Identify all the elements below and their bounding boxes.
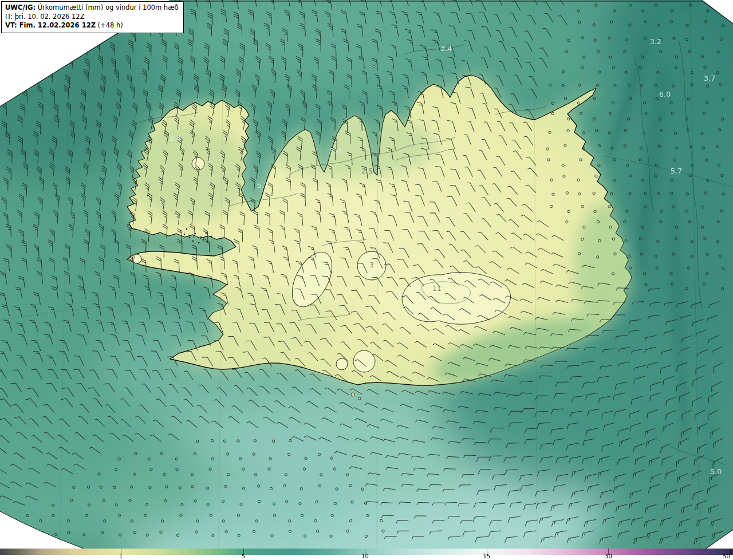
precip-value-label: 2.5 (361, 167, 372, 175)
precip-value-label: 5.7 (671, 167, 683, 175)
map-title: Úrkomumætti (mm) og vindur i 100m hæð (36, 3, 179, 11)
colorbar-label: 1 (119, 554, 123, 559)
colorbar-label: 10 (361, 554, 369, 559)
precip-value-label: 5.2 (257, 181, 269, 190)
precip-value-label: 6.0 (659, 90, 671, 98)
precip-value-label: 5.0 (330, 147, 342, 155)
precip-value-label: 3.7 (704, 74, 716, 82)
forecast-map-canvas: 3.43.23.76.05.72.45.04.75.25.02.53117 (0, 0, 733, 549)
precip-value-label: 4.7 (430, 136, 442, 144)
forecast-offset: (+48 h) (96, 21, 123, 29)
precip-value-label: 5.0 (710, 467, 722, 476)
model-id: UWC/IG: (5, 3, 36, 11)
colorbar-tick (730, 549, 731, 555)
precip-value-label: 11 (432, 285, 441, 293)
valid-time: VT: Fim. 12.02.2026 12Z (5, 21, 96, 29)
precip-value-label: 3 (369, 261, 374, 269)
precip-value-label: 7 (132, 253, 136, 261)
map-title-box: UWC/IG: Úrkomumætti (mm) og vindur i 100… (1, 1, 184, 33)
valid-time-line: VT: Fim. 12.02.2026 12Z (+48 h) (5, 21, 179, 30)
init-time: IT: þri. 10. 02. 2026 12Z (5, 13, 179, 22)
colorbar-label: 50 (723, 554, 730, 559)
colorbar-labels: 1510153050 (0, 555, 733, 560)
colorbar-label: 5 (242, 554, 245, 559)
weather-map-app: 3.43.23.76.05.72.45.04.75.25.02.53117 UW… (0, 0, 733, 560)
colorbar: 1510153050 (0, 549, 733, 560)
precip-value-label: 3.4 (440, 44, 452, 53)
colorbar-label: 15 (483, 554, 491, 559)
precip-value-label: 3.2 (650, 37, 662, 46)
precip-value-label: 2.4 (170, 134, 182, 143)
title-line: UWC/IG: Úrkomumætti (mm) og vindur i 100… (5, 3, 179, 13)
colorbar-label: 30 (605, 554, 612, 559)
